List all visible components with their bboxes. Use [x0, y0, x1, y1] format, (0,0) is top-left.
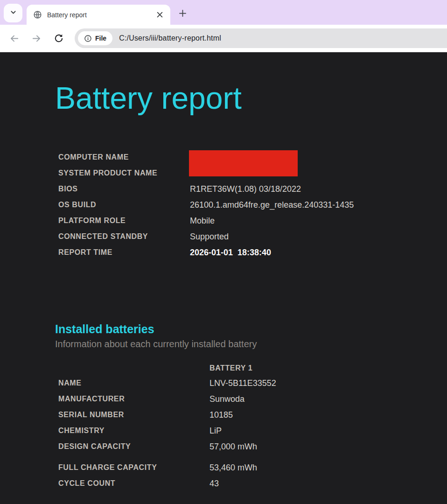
globe-icon — [33, 10, 42, 19]
table-row: REPORT TIME 2026-01-01 18:38:40 — [58, 245, 413, 260]
table-row: BIOS R1RET36W(1.08) 03/18/2022 — [58, 181, 413, 197]
row-label: MANUFACTURER — [58, 395, 210, 403]
battery-column-header: BATTERY 1 — [210, 364, 252, 372]
reload-icon — [54, 33, 64, 43]
row-value: Sunwoda — [210, 394, 244, 404]
row-label: PLATFORM ROLE — [58, 217, 190, 225]
page-title: Battery report — [55, 80, 242, 116]
row-value: R1RET36W(1.08) 03/18/2022 — [190, 184, 301, 194]
table-row: SERIAL NUMBER 10185 — [58, 407, 413, 423]
url-text: C:/Users/iii/battery-report.html — [119, 34, 221, 42]
battery-report-page: Battery report COMPUTER NAME SYSTEM PROD… — [0, 52, 447, 504]
row-label: BIOS — [58, 185, 190, 193]
row-value: 2026-01-01 18:38:40 — [190, 248, 271, 258]
row-label: CYCLE COUNT — [58, 479, 210, 488]
row-value: LNV-5B11E33552 — [210, 378, 276, 388]
row-label: CHEMISTRY — [58, 427, 210, 435]
table-section-gap — [58, 455, 413, 460]
row-value: 53,460 mWh — [210, 463, 257, 473]
forward-button[interactable] — [30, 32, 43, 45]
row-label: SERIAL NUMBER — [58, 411, 210, 419]
back-button[interactable] — [7, 32, 21, 45]
table-row: OS BUILD 26100.1.amd64fre.ge_release.240… — [58, 197, 413, 213]
forward-arrow-icon — [31, 33, 42, 44]
table-row: PLATFORM ROLE Mobile — [58, 213, 413, 229]
back-arrow-icon — [9, 33, 20, 44]
tab-strip: Battery report — [0, 0, 447, 25]
chevron-down-icon — [10, 9, 17, 18]
battery-table: BATTERY 1 NAME LNV-5B11E33552 MANUFACTUR… — [58, 361, 413, 491]
row-value: 26100.1.amd64fre.ge_release.240331-1435 — [190, 200, 354, 210]
row-value: 43 — [210, 479, 219, 489]
tab-title: Battery report — [47, 11, 154, 19]
installed-batteries-subtitle: Information about each currently install… — [55, 339, 257, 350]
table-row: DESIGN CAPACITY 57,000 mWh — [58, 439, 413, 455]
table-row: CHEMISTRY LiP — [58, 423, 413, 439]
row-value: Mobile — [190, 216, 215, 226]
file-chip-label: File — [95, 35, 106, 42]
redaction-box — [189, 150, 298, 176]
row-label: DESIGN CAPACITY — [58, 442, 210, 451]
tab-battery-report[interactable]: Battery report — [27, 5, 170, 25]
table-row: MANUFACTURER Sunwoda — [58, 391, 413, 407]
row-label: OS BUILD — [58, 201, 190, 209]
close-icon[interactable] — [154, 9, 166, 21]
row-label: NAME — [58, 379, 210, 387]
address-bar[interactable]: File C:/Users/iii/battery-report.html — [75, 28, 447, 48]
tab-search-button[interactable] — [4, 4, 22, 22]
table-header-row: BATTERY 1 — [58, 361, 413, 375]
table-row: NAME LNV-5B11E33552 — [58, 375, 413, 391]
row-value: LiP — [210, 426, 222, 436]
table-row: CYCLE COUNT 43 — [58, 476, 413, 491]
row-value: Supported — [190, 232, 229, 242]
browser-window: Battery report — [0, 0, 447, 504]
row-label: CONNECTED STANDBY — [58, 232, 190, 241]
new-tab-button[interactable] — [175, 5, 190, 21]
row-label: FULL CHARGE CAPACITY — [58, 463, 210, 472]
installed-batteries-heading: Installed batteries — [55, 322, 154, 336]
file-scheme-chip[interactable]: File — [78, 31, 112, 45]
table-row: FULL CHARGE CAPACITY 53,460 mWh — [58, 460, 413, 476]
info-icon — [84, 35, 92, 42]
browser-toolbar: File C:/Users/iii/battery-report.html — [0, 25, 447, 52]
row-label: SYSTEM PRODUCT NAME — [58, 169, 190, 177]
row-label: COMPUTER NAME — [58, 153, 190, 161]
reload-button[interactable] — [52, 32, 65, 45]
row-value: 10185 — [210, 410, 233, 420]
table-row: CONNECTED STANDBY Supported — [58, 229, 413, 245]
row-value: 57,000 mWh — [210, 442, 257, 452]
row-label: REPORT TIME — [58, 248, 190, 257]
plus-icon — [178, 8, 188, 18]
